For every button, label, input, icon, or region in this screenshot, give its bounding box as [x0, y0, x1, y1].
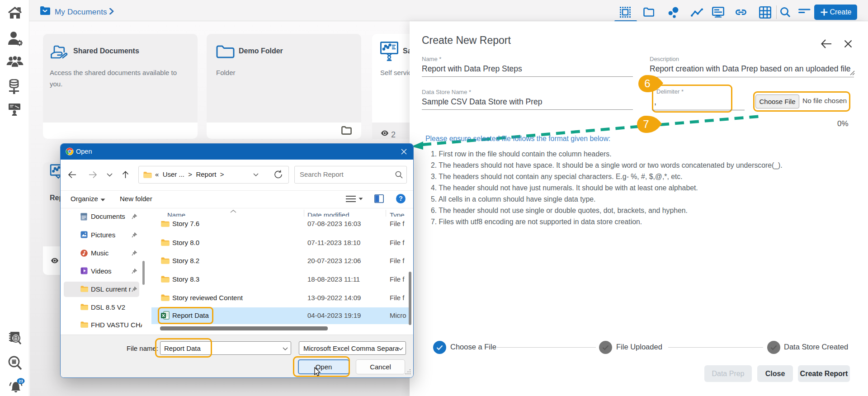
svg-text:23: 23 — [19, 379, 23, 383]
svg-text:6: 6 — [644, 77, 650, 90]
svg-text:7: 7 — [643, 118, 649, 130]
